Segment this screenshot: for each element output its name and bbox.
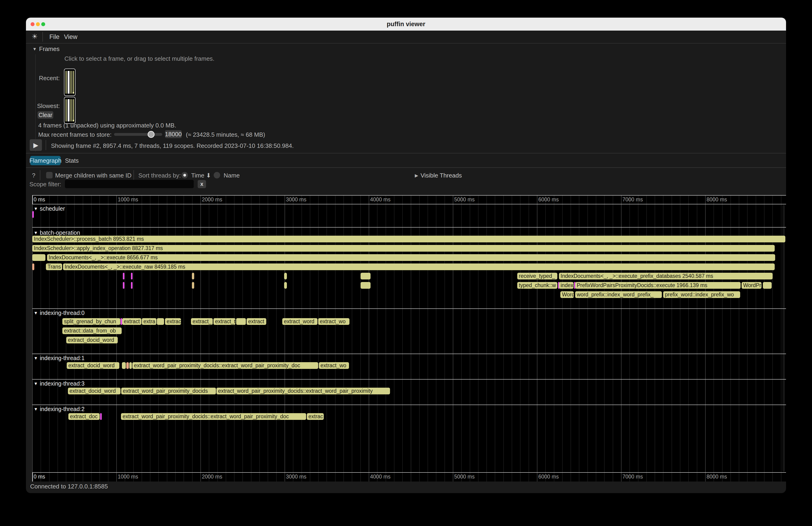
scope-bar[interactable]: typed_chunk::w xyxy=(517,282,557,289)
thread-header-indexing-thread:0[interactable]: ▼indexing-thread:0 xyxy=(33,310,85,316)
scope-bar[interactable]: extract xyxy=(122,318,141,325)
scope-bar[interactable]: Word xyxy=(560,291,574,298)
thread-header-indexing-thread:2[interactable]: ▼indexing-thread:2 xyxy=(33,406,85,412)
scope-bar[interactable]: extrac xyxy=(307,413,324,420)
thread-header-scheduler[interactable]: ▼scheduler xyxy=(33,205,65,212)
scope-bar[interactable]: extract_word xyxy=(282,318,318,325)
frames-info: 4 frames (1 unpacked) using approximatel… xyxy=(38,122,176,129)
frame-bar[interactable] xyxy=(73,71,74,93)
max-frames-note: (≈ 23428.5 minutes, ≈ 68 MB) xyxy=(186,131,265,138)
menu-view[interactable]: View xyxy=(64,33,77,41)
scope-bar[interactable] xyxy=(120,318,122,325)
frames-section-header[interactable]: ▼Frames xyxy=(32,45,60,53)
scope-bar[interactable]: extract_wo xyxy=(319,362,349,369)
max-frames-slider[interactable] xyxy=(114,133,162,136)
frame-bar[interactable] xyxy=(66,99,67,121)
scope-bar[interactable]: extract_docid_word xyxy=(66,337,118,344)
scope-bar[interactable] xyxy=(123,273,125,279)
scope-bar[interactable]: extract_t xyxy=(214,318,235,325)
frame-bar[interactable] xyxy=(70,71,72,93)
scope-bar[interactable]: word_prefix::index_word_prefix_ xyxy=(575,291,662,298)
scope-bar[interactable]: PrefixWordPairsProximityDocids::execute … xyxy=(575,282,741,289)
max-frames-value[interactable]: 18000 xyxy=(165,130,182,138)
scope-bar[interactable]: extract_docid_word xyxy=(68,388,120,394)
slowest-frames-thumbnail[interactable] xyxy=(64,97,75,124)
visible-threads-header[interactable]: ▶Visible Threads xyxy=(415,172,462,179)
frame-bar-selected[interactable] xyxy=(68,71,69,93)
scope-bar[interactable] xyxy=(284,282,287,289)
scope-bar[interactable] xyxy=(763,282,772,289)
frame-bar[interactable] xyxy=(73,99,74,121)
scope-bar[interactable]: extract_word_pair_proximity_docids::extr… xyxy=(121,413,306,420)
scope-bar[interactable] xyxy=(361,273,371,279)
merge-children-checkbox[interactable] xyxy=(46,172,53,178)
scope-bar[interactable]: extract_word_pair_proximity_docids xyxy=(121,388,216,394)
scope-bar[interactable]: split_grenad_by_chun xyxy=(62,318,120,325)
scope-bar[interactable] xyxy=(236,318,246,325)
frame-bar[interactable] xyxy=(70,99,72,121)
scope-bar[interactable]: extract xyxy=(247,318,266,325)
scope-bar[interactable] xyxy=(131,273,133,279)
scope-bar[interactable]: extract::data_from_ob xyxy=(62,327,122,334)
scope-bar[interactable] xyxy=(123,282,125,289)
scope-bar[interactable] xyxy=(129,362,132,369)
thread-header-indexing-thread:1[interactable]: ▼indexing-thread:1 xyxy=(33,355,85,361)
scope-bar[interactable]: extract_docid_word xyxy=(67,362,119,369)
scope-bar[interactable] xyxy=(100,413,102,420)
scope-bar[interactable] xyxy=(192,273,194,279)
sort-by-name-label[interactable]: Name xyxy=(223,172,240,179)
recent-label: Recent: xyxy=(39,75,60,82)
section-separator xyxy=(32,308,786,309)
scope-bar[interactable]: IndexDocuments<_, _>::execute_prefix_dat… xyxy=(559,273,773,279)
scope-bar[interactable]: extract_wo xyxy=(318,318,349,325)
flamegraph-panel[interactable]: 0 ms1000 ms2000 ms3000 ms4000 ms5000 ms6… xyxy=(32,195,786,482)
scope-bar[interactable] xyxy=(157,318,164,325)
recent-frames-thumbnail[interactable] xyxy=(64,69,75,96)
sort-by-time-radio[interactable] xyxy=(182,172,188,178)
thread-header-indexing-thread:3[interactable]: ▼indexing-thread:3 xyxy=(33,380,85,387)
scope-bar[interactable]: index xyxy=(559,282,574,289)
scope-bar[interactable]: prefix_word::index_prefix_wo xyxy=(663,291,740,298)
scope-bar[interactable]: IndexDocuments<_, _>::execute_raw 8459.1… xyxy=(63,263,775,270)
tab-flamegraph[interactable]: Flamegraph xyxy=(30,156,61,165)
scope-bar[interactable] xyxy=(284,273,287,279)
tab-stats[interactable]: Stats xyxy=(63,156,81,165)
scope-bar[interactable] xyxy=(122,362,126,369)
scope-bar[interactable] xyxy=(32,211,34,218)
scope-bar[interactable]: IndexDocuments<_, _>::execute 8656.677 m… xyxy=(47,254,775,261)
clear-filter-button[interactable]: x xyxy=(198,180,206,188)
scope-bar[interactable] xyxy=(32,254,45,261)
clear-button[interactable]: Clear xyxy=(38,111,53,119)
scope-bar[interactable] xyxy=(361,282,371,289)
theme-toggle-icon[interactable]: ☀ xyxy=(31,32,38,41)
scope-bar[interactable] xyxy=(131,282,133,289)
sort-by-name-radio[interactable] xyxy=(214,172,220,178)
scope-bar[interactable]: extract_word_pair_proximity_docids::extr… xyxy=(216,388,390,394)
frame-bar[interactable] xyxy=(66,71,67,93)
axis-tick-label: 2000 ms xyxy=(202,473,222,480)
thread-header-batch-operation[interactable]: ▼batch-operation xyxy=(33,230,80,236)
scope-bar[interactable]: extract_doc xyxy=(68,413,100,420)
sort-by-time-label[interactable]: Time xyxy=(191,172,204,179)
scope-bar[interactable] xyxy=(126,362,129,369)
scope-bar[interactable]: IndexScheduler>::process_batch 8953.821 … xyxy=(32,236,785,243)
scope-bar[interactable]: extra xyxy=(142,318,156,325)
play-button[interactable]: ▶ xyxy=(30,139,42,151)
scope-bar[interactable] xyxy=(192,282,194,289)
scope-bar[interactable]: IndexScheduler>::apply_index_operation 8… xyxy=(32,245,775,252)
scope-filter-input[interactable] xyxy=(65,180,194,188)
scope-bar[interactable]: extract_word_pair_proximity_docids::extr… xyxy=(132,362,318,369)
scrollbar[interactable] xyxy=(783,205,785,472)
max-frames-slider-handle[interactable] xyxy=(148,131,155,138)
frame-bar-selected[interactable] xyxy=(68,99,69,121)
sort-direction-icon[interactable]: ⬇ xyxy=(206,172,211,179)
help-button[interactable]: ? xyxy=(32,172,35,179)
scope-bar[interactable] xyxy=(32,263,34,270)
scope-bar[interactable]: Trans xyxy=(46,263,62,270)
scope-bar[interactable]: WordPr xyxy=(742,282,762,289)
scope-bar[interactable]: extrac xyxy=(165,318,181,325)
scope-bar[interactable]: receive_typed_ xyxy=(517,273,557,279)
scope-bar[interactable]: extract_ xyxy=(191,318,213,325)
axis-tick-label: 5000 ms xyxy=(454,196,475,203)
menu-file[interactable]: File xyxy=(49,33,60,41)
